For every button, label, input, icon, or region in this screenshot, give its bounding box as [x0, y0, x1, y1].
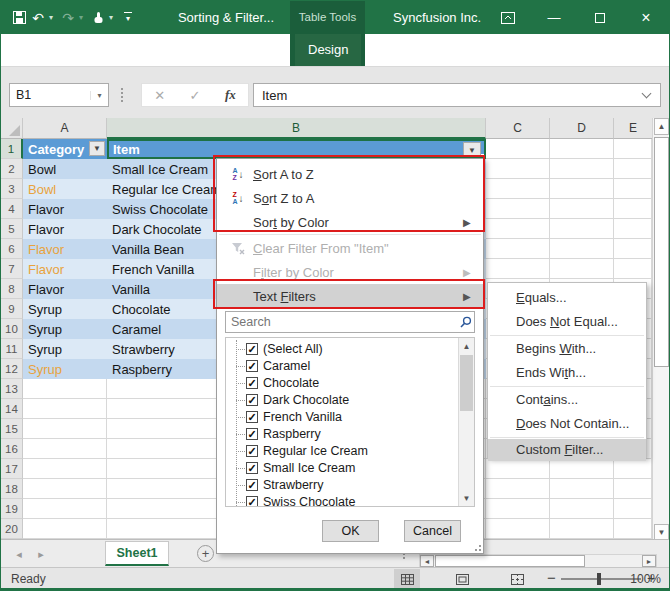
page-layout-view-button[interactable]	[449, 569, 475, 589]
checkbox-checked-icon[interactable]: ✓	[246, 428, 258, 440]
sheet-nav-right-icon[interactable]: ▸	[31, 540, 51, 568]
zoom-out-icon[interactable]: −	[547, 568, 556, 590]
cell-A7[interactable]: Flavor	[23, 259, 107, 279]
cell-A14[interactable]	[23, 399, 107, 419]
cell-E19[interactable]	[614, 499, 652, 519]
row-header-18[interactable]: 18	[1, 479, 23, 499]
cell-A17[interactable]	[23, 459, 107, 479]
cell-A19[interactable]	[23, 499, 107, 519]
undo-dropdown-icon[interactable]: ▾	[49, 13, 57, 22]
cell-C7[interactable]	[486, 259, 550, 279]
row-header-5[interactable]: 5	[1, 219, 23, 239]
row-header-20[interactable]: 20	[1, 519, 23, 539]
row-header-17[interactable]: 17	[1, 459, 23, 479]
list-scroll-down-icon[interactable]: ▼	[459, 490, 474, 506]
search-box[interactable]	[225, 311, 475, 333]
cell-D4[interactable]	[550, 199, 614, 219]
zoom-level[interactable]: 100%	[630, 568, 661, 590]
sheet-nav-left-icon[interactable]: ◂	[9, 540, 29, 568]
tab-design[interactable]: Design	[295, 34, 361, 66]
checkbox-checked-icon[interactable]: ✓	[246, 343, 258, 355]
scroll-left-icon[interactable]: ◄	[420, 555, 434, 567]
row-header-10[interactable]: 10	[1, 319, 23, 339]
cell-E1[interactable]	[614, 139, 652, 159]
cell-C4[interactable]	[486, 199, 550, 219]
submenu-item-does-not-contain[interactable]: Does Not Contain...	[488, 412, 646, 436]
tab-insert[interactable]: Insert	[135, 34, 168, 66]
row-header-8[interactable]: 8	[1, 279, 23, 299]
cell-E17[interactable]	[614, 459, 652, 479]
cell-D18[interactable]	[550, 479, 614, 499]
row-header-2[interactable]: 2	[1, 159, 23, 179]
checkbox-checked-icon[interactable]: ✓	[246, 479, 258, 491]
cell-D20[interactable]	[550, 519, 614, 539]
confirm-entry-icon[interactable]: ✓	[190, 88, 201, 103]
save-icon[interactable]	[11, 8, 27, 28]
cell-A1[interactable]: Category ▼	[23, 139, 107, 159]
vertical-scrollbar-thumb[interactable]	[654, 137, 669, 367]
cell-A5[interactable]: Flavor	[23, 219, 107, 239]
filter-value-row-7[interactable]: ✓Small Ice Cream	[226, 459, 458, 476]
formula-input[interactable]: Item	[253, 83, 661, 107]
filter-value-row-8[interactable]: ✓Strawberry	[226, 476, 458, 493]
cell-E7[interactable]	[614, 259, 652, 279]
sheet-tab-sheet1[interactable]: Sheet1	[105, 541, 169, 566]
tell-me-box[interactable]: Tell me what you want to do	[373, 34, 551, 66]
cell-E2[interactable]	[614, 159, 652, 179]
zoom-slider-track[interactable]	[561, 578, 641, 580]
submenu-item-custom-filter[interactable]: Custom Filter...	[488, 439, 646, 461]
cell-C6[interactable]	[486, 239, 550, 259]
cell-C3[interactable]	[486, 179, 550, 199]
touch-mode-dropdown-icon[interactable]: ▾	[109, 13, 117, 22]
row-header-3[interactable]: 3	[1, 179, 23, 199]
cell-A18[interactable]	[23, 479, 107, 499]
cell-C20[interactable]	[486, 519, 550, 539]
filter-value-row-1[interactable]: ✓Caramel	[226, 357, 458, 374]
cell-E20[interactable]	[614, 519, 652, 539]
ribbon-display-options-icon[interactable]	[485, 1, 531, 34]
row-header-11[interactable]: 11	[1, 339, 23, 359]
scroll-up-icon[interactable]: ▲	[654, 118, 669, 135]
name-box-dropdown-icon[interactable]: ▾	[90, 91, 108, 100]
filter-value-row-2[interactable]: ✓Chocolate	[226, 374, 458, 391]
row-header-16[interactable]: 16	[1, 439, 23, 459]
row-header-9[interactable]: 9	[1, 299, 23, 319]
cell-E3[interactable]	[614, 179, 652, 199]
cancel-button[interactable]: Cancel	[404, 520, 461, 542]
row-header-4[interactable]: 4	[1, 199, 23, 219]
row-header-15[interactable]: 15	[1, 419, 23, 439]
filter-value-row-4[interactable]: ✓French Vanilla	[226, 408, 458, 425]
list-scrollbar-thumb[interactable]	[460, 355, 473, 411]
normal-view-button[interactable]	[394, 569, 420, 589]
row-header-13[interactable]: 13	[1, 379, 23, 399]
checkbox-checked-icon[interactable]: ✓	[246, 411, 258, 423]
list-scroll-up-icon[interactable]: ▲	[459, 338, 474, 354]
cell-C1[interactable]	[486, 139, 550, 159]
cell-C2[interactable]	[486, 159, 550, 179]
row-header-19[interactable]: 19	[1, 499, 23, 519]
cell-C5[interactable]	[486, 219, 550, 239]
cell-A4[interactable]: Flavor	[23, 199, 107, 219]
checkbox-checked-icon[interactable]: ✓	[246, 377, 258, 389]
new-sheet-icon[interactable]: +	[197, 545, 214, 562]
cell-D17[interactable]	[550, 459, 614, 479]
cell-A2[interactable]: Bowl	[23, 159, 107, 179]
cell-D1[interactable]	[550, 139, 614, 159]
submenu-item-contains[interactable]: Contains...	[488, 388, 646, 412]
scroll-right-icon[interactable]: ►	[642, 555, 656, 567]
checkbox-checked-icon[interactable]: ✓	[246, 394, 258, 406]
filter-value-row-9[interactable]: ✓Swiss Chocolate	[226, 493, 458, 506]
filter-value-row-0[interactable]: ✓(Select All)	[226, 340, 458, 357]
ok-button[interactable]: OK	[322, 520, 379, 542]
checkbox-checked-icon[interactable]: ✓	[246, 462, 258, 474]
close-button[interactable]: ×	[623, 1, 669, 34]
redo-icon[interactable]: ↷	[60, 8, 76, 28]
cell-D19[interactable]	[550, 499, 614, 519]
submenu-item-begins-with[interactable]: Begins With...	[488, 337, 646, 361]
cell-D3[interactable]	[550, 179, 614, 199]
cell-D2[interactable]	[550, 159, 614, 179]
cell-C19[interactable]	[486, 499, 550, 519]
row-header-12[interactable]: 12	[1, 359, 23, 379]
cell-E6[interactable]	[614, 239, 652, 259]
submenu-item-ends-with[interactable]: Ends With...	[488, 361, 646, 385]
